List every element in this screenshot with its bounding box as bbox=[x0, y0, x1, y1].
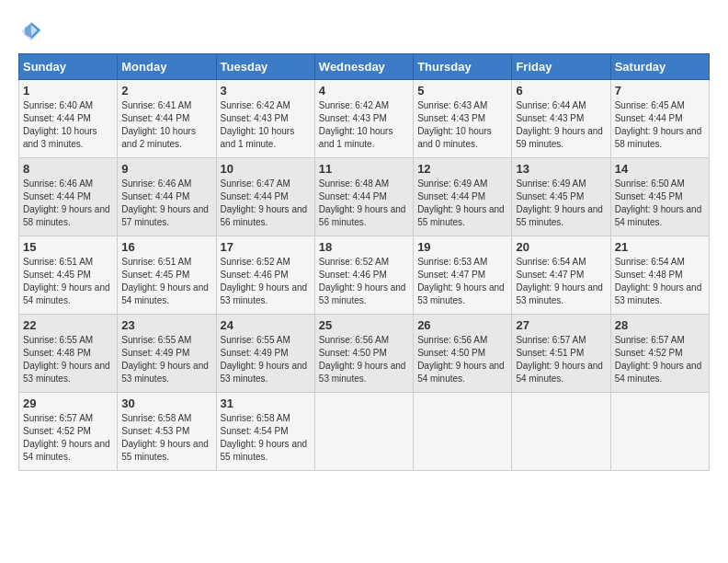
calendar-cell: 22 Sunrise: 6:55 AMSunset: 4:48 PMDaylig… bbox=[19, 315, 118, 393]
calendar-cell: 15 Sunrise: 6:51 AMSunset: 4:45 PMDaylig… bbox=[19, 236, 118, 315]
calendar-week-4: 22 Sunrise: 6:55 AMSunset: 4:48 PMDaylig… bbox=[19, 315, 710, 393]
day-number: 25 bbox=[319, 318, 409, 332]
day-info: Sunrise: 6:40 AMSunset: 4:44 PMDaylight:… bbox=[23, 100, 97, 149]
calendar-week-2: 8 Sunrise: 6:46 AMSunset: 4:44 PMDayligh… bbox=[19, 158, 710, 236]
calendar-cell: 16 Sunrise: 6:51 AMSunset: 4:45 PMDaylig… bbox=[118, 236, 216, 315]
day-info: Sunrise: 6:42 AMSunset: 4:43 PMDaylight:… bbox=[319, 100, 393, 149]
day-header-wednesday: Wednesday bbox=[314, 54, 413, 80]
day-number: 7 bbox=[615, 84, 705, 98]
day-info: Sunrise: 6:58 AMSunset: 4:54 PMDaylight:… bbox=[221, 413, 308, 462]
day-number: 6 bbox=[516, 84, 606, 98]
calendar-cell: 5 Sunrise: 6:43 AMSunset: 4:43 PMDayligh… bbox=[414, 80, 512, 158]
day-number: 10 bbox=[221, 162, 311, 176]
calendar-week-1: 1 Sunrise: 6:40 AMSunset: 4:44 PMDayligh… bbox=[19, 80, 710, 158]
day-header-saturday: Saturday bbox=[610, 54, 709, 80]
calendar-week-5: 29 Sunrise: 6:57 AMSunset: 4:52 PMDaylig… bbox=[19, 393, 710, 471]
day-number: 23 bbox=[121, 318, 211, 332]
day-info: Sunrise: 6:55 AMSunset: 4:49 PMDaylight:… bbox=[221, 335, 308, 384]
day-info: Sunrise: 6:49 AMSunset: 4:44 PMDaylight:… bbox=[417, 178, 505, 227]
calendar-cell: 28 Sunrise: 6:57 AMSunset: 4:52 PMDaylig… bbox=[610, 315, 709, 393]
day-info: Sunrise: 6:56 AMSunset: 4:50 PMDaylight:… bbox=[417, 335, 505, 384]
page-header bbox=[18, 18, 710, 44]
day-info: Sunrise: 6:53 AMSunset: 4:47 PMDaylight:… bbox=[417, 257, 505, 305]
day-number: 16 bbox=[121, 240, 211, 254]
calendar-cell: 7 Sunrise: 6:45 AMSunset: 4:44 PMDayligh… bbox=[610, 80, 709, 158]
day-number: 29 bbox=[23, 396, 113, 410]
day-number: 17 bbox=[221, 240, 311, 254]
day-number: 20 bbox=[516, 240, 606, 254]
calendar-cell: 13 Sunrise: 6:49 AMSunset: 4:45 PMDaylig… bbox=[512, 158, 610, 236]
day-info: Sunrise: 6:47 AMSunset: 4:44 PMDaylight:… bbox=[221, 178, 308, 227]
day-header-monday: Monday bbox=[118, 54, 216, 80]
day-number: 13 bbox=[516, 162, 606, 176]
calendar-cell: 29 Sunrise: 6:57 AMSunset: 4:52 PMDaylig… bbox=[19, 393, 118, 471]
calendar-cell bbox=[610, 393, 709, 471]
calendar-cell: 23 Sunrise: 6:55 AMSunset: 4:49 PMDaylig… bbox=[118, 315, 216, 393]
day-header-tuesday: Tuesday bbox=[216, 54, 314, 80]
calendar-cell: 19 Sunrise: 6:53 AMSunset: 4:47 PMDaylig… bbox=[414, 236, 512, 315]
calendar-cell bbox=[314, 393, 413, 471]
calendar-cell: 14 Sunrise: 6:50 AMSunset: 4:45 PMDaylig… bbox=[610, 158, 709, 236]
calendar-cell: 30 Sunrise: 6:58 AMSunset: 4:53 PMDaylig… bbox=[118, 393, 216, 471]
calendar-cell bbox=[414, 393, 512, 471]
day-header-sunday: Sunday bbox=[19, 54, 118, 80]
day-info: Sunrise: 6:52 AMSunset: 4:46 PMDaylight:… bbox=[221, 257, 308, 305]
day-number: 31 bbox=[221, 396, 311, 410]
day-info: Sunrise: 6:43 AMSunset: 4:43 PMDaylight:… bbox=[417, 100, 492, 149]
day-info: Sunrise: 6:50 AMSunset: 4:45 PMDaylight:… bbox=[615, 178, 702, 227]
header-row: SundayMondayTuesdayWednesdayThursdayFrid… bbox=[19, 54, 710, 80]
day-info: Sunrise: 6:55 AMSunset: 4:48 PMDaylight:… bbox=[23, 335, 110, 384]
logo-icon bbox=[18, 18, 44, 44]
calendar-cell: 24 Sunrise: 6:55 AMSunset: 4:49 PMDaylig… bbox=[216, 315, 314, 393]
calendar-cell: 1 Sunrise: 6:40 AMSunset: 4:44 PMDayligh… bbox=[19, 80, 118, 158]
day-info: Sunrise: 6:55 AMSunset: 4:49 PMDaylight:… bbox=[121, 335, 209, 384]
day-number: 9 bbox=[121, 162, 211, 176]
day-info: Sunrise: 6:49 AMSunset: 4:45 PMDaylight:… bbox=[516, 178, 603, 227]
day-info: Sunrise: 6:57 AMSunset: 4:51 PMDaylight:… bbox=[516, 335, 603, 384]
day-info: Sunrise: 6:58 AMSunset: 4:53 PMDaylight:… bbox=[121, 413, 209, 462]
day-number: 14 bbox=[615, 162, 705, 176]
day-number: 28 bbox=[615, 318, 705, 332]
day-number: 18 bbox=[319, 240, 409, 254]
day-info: Sunrise: 6:54 AMSunset: 4:48 PMDaylight:… bbox=[615, 257, 702, 305]
day-header-thursday: Thursday bbox=[414, 54, 512, 80]
calendar-cell: 2 Sunrise: 6:41 AMSunset: 4:44 PMDayligh… bbox=[118, 80, 216, 158]
calendar-cell: 25 Sunrise: 6:56 AMSunset: 4:50 PMDaylig… bbox=[314, 315, 413, 393]
logo bbox=[18, 18, 50, 44]
day-info: Sunrise: 6:44 AMSunset: 4:43 PMDaylight:… bbox=[516, 100, 603, 149]
calendar-cell: 31 Sunrise: 6:58 AMSunset: 4:54 PMDaylig… bbox=[216, 393, 314, 471]
day-info: Sunrise: 6:51 AMSunset: 4:45 PMDaylight:… bbox=[121, 257, 209, 305]
day-info: Sunrise: 6:48 AMSunset: 4:44 PMDaylight:… bbox=[319, 178, 406, 227]
day-info: Sunrise: 6:42 AMSunset: 4:43 PMDaylight:… bbox=[221, 100, 295, 149]
calendar-cell: 10 Sunrise: 6:47 AMSunset: 4:44 PMDaylig… bbox=[216, 158, 314, 236]
day-info: Sunrise: 6:57 AMSunset: 4:52 PMDaylight:… bbox=[23, 413, 110, 462]
day-header-friday: Friday bbox=[512, 54, 610, 80]
calendar-cell: 21 Sunrise: 6:54 AMSunset: 4:48 PMDaylig… bbox=[610, 236, 709, 315]
day-number: 15 bbox=[23, 240, 113, 254]
calendar-cell: 11 Sunrise: 6:48 AMSunset: 4:44 PMDaylig… bbox=[314, 158, 413, 236]
day-info: Sunrise: 6:45 AMSunset: 4:44 PMDaylight:… bbox=[615, 100, 702, 149]
calendar-cell: 20 Sunrise: 6:54 AMSunset: 4:47 PMDaylig… bbox=[512, 236, 610, 315]
calendar-cell: 8 Sunrise: 6:46 AMSunset: 4:44 PMDayligh… bbox=[19, 158, 118, 236]
day-number: 22 bbox=[23, 318, 113, 332]
day-info: Sunrise: 6:41 AMSunset: 4:44 PMDaylight:… bbox=[121, 100, 196, 149]
calendar-cell bbox=[512, 393, 610, 471]
day-info: Sunrise: 6:57 AMSunset: 4:52 PMDaylight:… bbox=[615, 335, 702, 384]
day-number: 30 bbox=[121, 396, 211, 410]
day-number: 5 bbox=[417, 84, 507, 98]
calendar-cell: 6 Sunrise: 6:44 AMSunset: 4:43 PMDayligh… bbox=[512, 80, 610, 158]
day-number: 12 bbox=[417, 162, 507, 176]
calendar-cell: 18 Sunrise: 6:52 AMSunset: 4:46 PMDaylig… bbox=[314, 236, 413, 315]
day-number: 2 bbox=[121, 84, 211, 98]
calendar-cell: 26 Sunrise: 6:56 AMSunset: 4:50 PMDaylig… bbox=[414, 315, 512, 393]
day-number: 8 bbox=[23, 162, 113, 176]
calendar-cell: 4 Sunrise: 6:42 AMSunset: 4:43 PMDayligh… bbox=[314, 80, 413, 158]
day-info: Sunrise: 6:46 AMSunset: 4:44 PMDaylight:… bbox=[121, 178, 209, 227]
calendar-cell: 12 Sunrise: 6:49 AMSunset: 4:44 PMDaylig… bbox=[414, 158, 512, 236]
day-number: 1 bbox=[23, 84, 113, 98]
calendar-week-3: 15 Sunrise: 6:51 AMSunset: 4:45 PMDaylig… bbox=[19, 236, 710, 315]
calendar-table: SundayMondayTuesdayWednesdayThursdayFrid… bbox=[18, 53, 710, 471]
calendar-cell: 9 Sunrise: 6:46 AMSunset: 4:44 PMDayligh… bbox=[118, 158, 216, 236]
calendar-cell: 17 Sunrise: 6:52 AMSunset: 4:46 PMDaylig… bbox=[216, 236, 314, 315]
day-info: Sunrise: 6:52 AMSunset: 4:46 PMDaylight:… bbox=[319, 257, 406, 305]
